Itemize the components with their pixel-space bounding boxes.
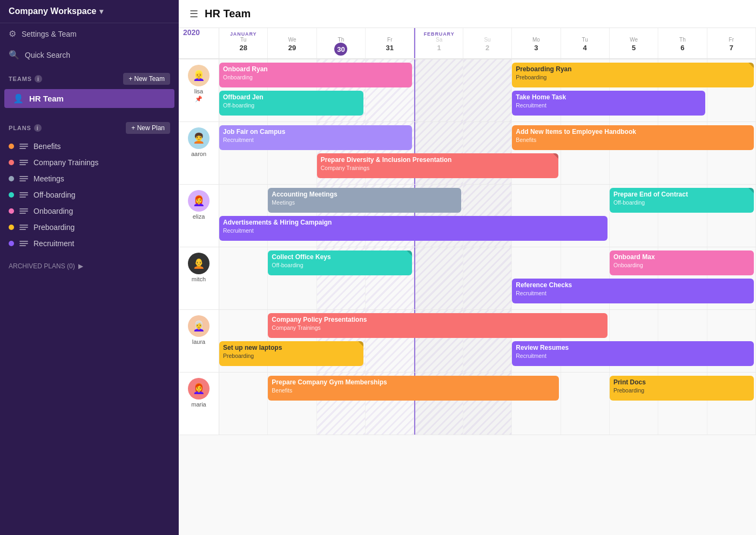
teams-section-title: TEAMS xyxy=(9,76,32,82)
task-plan: Off-boarding xyxy=(223,102,360,109)
task-plan: Preboarding xyxy=(516,74,750,80)
task-print-docs[interactable]: Print Docs Preboarding xyxy=(610,376,754,401)
cal-row-eliza: 👩‍🦰 eliza Accounting Meetings Meetings P… xyxy=(179,185,756,247)
task-company-policy-presentations[interactable]: Company Policy Presentations Company Tra… xyxy=(268,313,608,338)
sidebar-item-off-boarding[interactable]: Off-boarding xyxy=(0,187,179,203)
task-plan: Off-boarding xyxy=(272,262,408,268)
workspace-chevron-icon[interactable]: ▾ xyxy=(99,7,103,16)
day-bg-3-0 xyxy=(219,247,268,309)
task-take-home-task[interactable]: Take Home Task Recruitment xyxy=(512,91,705,116)
header-day-9: XTh6 xyxy=(658,28,707,58)
corner-mark xyxy=(748,188,754,193)
calendar-container[interactable]: 2020 JANUARYTu28XWe29XTh30XFr31FEBRUARYS… xyxy=(179,28,756,535)
task-name: Take Home Task xyxy=(516,93,701,102)
task-collect-office-keys[interactable]: Collect Office Keys Off-boarding xyxy=(268,250,412,275)
menu-icon[interactable]: ☰ xyxy=(190,8,198,20)
person-name-aaron: aaron xyxy=(191,151,206,157)
sidebar: Company Workspace ▾ ⚙ Settings & Team 🔍 … xyxy=(0,0,179,535)
person-name-maria: maria xyxy=(191,401,206,408)
sidebar-item-company-trainings[interactable]: Company Trainings xyxy=(0,154,179,171)
task-prepare-diversity-&-inclusion-presentation[interactable]: Prepare Diversity & Inclusion Presentati… xyxy=(317,153,559,178)
task-preboarding-ryan[interactable]: Preboarding Ryan Preboarding xyxy=(512,63,754,87)
person-cell-laura: 👩‍🦳 laura xyxy=(179,310,219,372)
avatar-maria: 👩‍🦰 xyxy=(188,378,210,399)
new-team-button[interactable]: + New Team xyxy=(123,73,170,85)
plan-lines-icon xyxy=(19,192,28,198)
plans-section-header: PLANS i + New Plan xyxy=(0,114,179,138)
task-plan: Recruitment xyxy=(223,137,408,143)
search-nav-item[interactable]: 🔍 Quick Search xyxy=(0,44,179,65)
task-plan: Off-boarding xyxy=(613,199,750,206)
header-day-4: FEBRUARYSa1 xyxy=(414,28,463,58)
task-plan: Company Trainings xyxy=(321,165,555,171)
team-name: HR Team xyxy=(29,94,64,103)
header-day-2: XTh30 xyxy=(317,28,366,58)
task-name: Onboard Ryan xyxy=(223,65,408,74)
person-name-lisa: lisa xyxy=(194,88,204,94)
new-plan-button[interactable]: + New Plan xyxy=(126,122,170,134)
header-spacer: 2020 xyxy=(179,28,219,58)
cal-row-mitch: 🧑‍🦲 mitch Collect Office Keys Off-boardi… xyxy=(179,247,756,310)
days-grid-lisa: Onboard Ryan Onboarding Preboarding Ryan… xyxy=(219,59,756,121)
header-day-1: XWe29 xyxy=(268,28,316,58)
main-content: ☰ HR Team 2020 JANUARYTu28XWe29XTh30XFr3… xyxy=(179,0,756,535)
search-label: Quick Search xyxy=(25,51,70,59)
cal-row-aaron: 🧑‍🦱 aaron Job Fair on Campus Recruitment… xyxy=(179,122,756,185)
plan-lines-icon xyxy=(19,241,28,246)
days-grid-mitch: Collect Office Keys Off-boarding Onboard… xyxy=(219,247,756,309)
plan-label: Off-boarding xyxy=(33,191,76,199)
days-grid-eliza: Accounting Meetings Meetings Prepare End… xyxy=(219,185,756,247)
task-plan: Company Trainings xyxy=(272,324,604,331)
plan-dot xyxy=(9,192,14,198)
task-job-fair-on-campus[interactable]: Job Fair on Campus Recruitment xyxy=(219,125,412,150)
days-grid-maria: Prepare Company Gym Memberships Benefits… xyxy=(219,373,756,435)
header-day-8: XWe5 xyxy=(610,28,658,58)
task-name: Print Docs xyxy=(613,378,750,387)
task-name: Offboard Jen xyxy=(223,93,360,102)
settings-nav-item[interactable]: ⚙ Settings & Team xyxy=(0,23,179,44)
settings-label: Settings & Team xyxy=(22,30,77,38)
task-name: Add New Items to Employee Handbook xyxy=(516,128,750,137)
header-days: JANUARYTu28XWe29XTh30XFr31FEBRUARYSa1XSu… xyxy=(219,28,756,58)
task-onboard-ryan[interactable]: Onboard Ryan Onboarding xyxy=(219,63,412,87)
task-advertisements-&-hiring-campaign[interactable]: Advertisements & Hiring Campaign Recruit… xyxy=(219,216,608,241)
corner-mark xyxy=(407,250,412,256)
task-name: Job Fair on Campus xyxy=(223,128,408,137)
sidebar-item-onboarding[interactable]: Onboarding xyxy=(0,203,179,219)
workspace-header[interactable]: Company Workspace ▾ xyxy=(0,0,179,23)
task-prepare-end-of-contract[interactable]: Prepare End of Contract Off-boarding xyxy=(610,188,754,213)
person-name-mitch: mitch xyxy=(192,276,206,282)
task-accounting-meetings[interactable]: Accounting Meetings Meetings xyxy=(268,188,461,213)
task-plan: Recruitment xyxy=(516,102,701,109)
task-name: Set up new laptops xyxy=(223,344,360,353)
task-prepare-company-gym-memberships[interactable]: Prepare Company Gym Memberships Benefits xyxy=(268,376,558,401)
sidebar-item-recruitment[interactable]: Recruitment xyxy=(0,235,179,252)
hr-team-item[interactable]: 👤 HR Team xyxy=(4,89,174,108)
task-plan: Benefits xyxy=(516,137,750,143)
task-review-resumes[interactable]: Review Resumes Recruitment xyxy=(512,341,754,366)
task-set-up-new-laptops[interactable]: Set up new laptops Preboarding xyxy=(219,341,363,366)
sidebar-item-preboarding[interactable]: Preboarding xyxy=(0,219,179,235)
person-name-laura: laura xyxy=(192,338,205,345)
sidebar-item-meetings[interactable]: Meetings xyxy=(0,171,179,187)
task-onboard-max[interactable]: Onboard Max Onboarding xyxy=(610,250,754,275)
archived-chevron-icon: ▶ xyxy=(78,262,83,270)
avatar-lisa: 👱‍♀️ xyxy=(188,65,210,86)
plan-label: Preboarding xyxy=(33,223,75,232)
day-bg-5-0 xyxy=(219,373,268,435)
task-reference-checks[interactable]: Reference Checks Recruitment xyxy=(512,279,754,303)
header-day-3: XFr31 xyxy=(366,28,414,58)
cal-row-maria: 👩‍🦰 maria Prepare Company Gym Membership… xyxy=(179,373,756,435)
plan-dot xyxy=(9,160,14,165)
day-bg-0-4 xyxy=(414,59,463,121)
plan-lines-icon xyxy=(19,225,28,230)
task-offboard-jen[interactable]: Offboard Jen Off-boarding xyxy=(219,91,363,116)
plans-info-icon[interactable]: i xyxy=(34,124,42,132)
task-plan: Recruitment xyxy=(516,353,750,359)
archived-plans[interactable]: ARCHIVED PLANS (0) ▶ xyxy=(0,256,179,276)
plan-lines-icon xyxy=(19,160,28,165)
avatar-mitch: 🧑‍🦲 xyxy=(188,253,210,274)
teams-info-icon[interactable]: i xyxy=(35,75,42,83)
sidebar-item-benefits[interactable]: Benefits xyxy=(0,138,179,154)
task-add-new-items-to-employee-handbook[interactable]: Add New Items to Employee Handbook Benef… xyxy=(512,125,754,150)
